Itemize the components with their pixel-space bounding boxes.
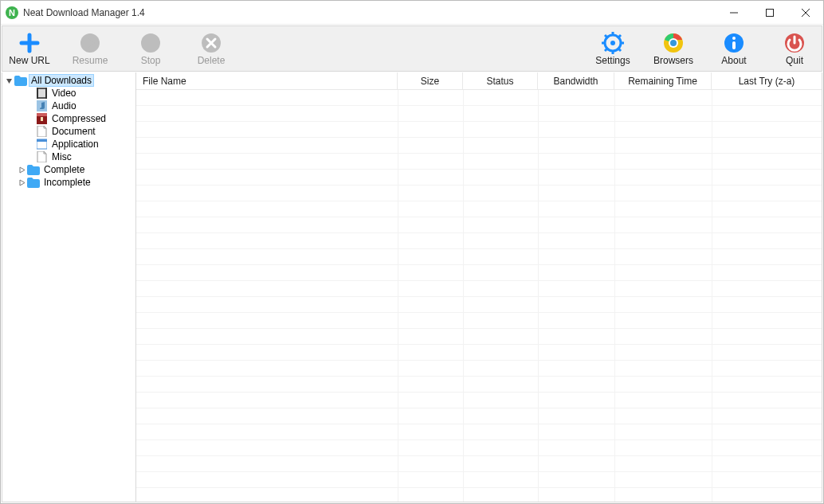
toolbar: New URL Resume Stop Delete Settings [2,25,822,72]
settings-button[interactable]: Settings [591,32,635,66]
document-icon [35,151,48,162]
table-row[interactable] [136,472,822,488]
close-button[interactable] [787,1,823,25]
table-row[interactable] [136,424,822,440]
chrome-icon [662,32,685,54]
table-row[interactable] [136,233,822,249]
tree-item-document[interactable]: Document [2,125,135,138]
table-row[interactable] [136,361,822,377]
delete-button[interactable]: Delete [189,32,233,66]
play-icon [79,32,101,54]
column-status[interactable]: Status [463,72,538,89]
gear-icon [602,32,624,54]
table-row[interactable] [136,440,822,456]
tree-item-application[interactable]: Application [2,138,135,150]
info-icon [723,32,745,54]
video-icon [35,88,48,99]
table-row[interactable] [136,488,822,502]
column-bandwidth[interactable]: Bandwidth [538,72,614,89]
power-icon [783,32,806,54]
new-url-button[interactable]: New URL [7,32,52,66]
table-row[interactable] [136,281,822,297]
window-title: Neat Download Manager 1.4 [23,7,145,18]
tree-label: Audio [50,100,78,111]
archive-icon [35,113,48,124]
svg-rect-20 [732,41,736,49]
table-row[interactable] [136,456,822,472]
tree-item-misc[interactable]: Misc [2,150,135,163]
column-size[interactable]: Size [398,72,463,89]
table-row[interactable] [136,265,822,281]
folder-icon [27,164,40,175]
tree-label: Misc [50,151,73,162]
svg-rect-24 [37,88,38,99]
titlebar[interactable]: N Neat Download Manager 1.4 [1,1,823,25]
table-row[interactable] [136,170,822,186]
chevron-right-icon[interactable] [17,176,26,189]
close-icon [802,9,810,17]
table-body[interactable] [136,90,822,502]
tree-item-complete[interactable]: Complete [2,163,135,176]
svg-rect-0 [766,9,773,16]
maximize-icon [766,9,774,17]
table-row[interactable] [136,297,822,313]
svg-rect-29 [41,117,43,121]
table-header: File Name Size Status Bandwidth Remainin… [136,72,822,90]
about-button[interactable]: About [712,32,756,66]
table-row[interactable] [136,393,822,408]
column-last-try[interactable]: Last Try (z-a) [712,72,822,89]
svg-rect-3 [147,39,155,47]
svg-point-17 [670,40,677,46]
folder-icon [14,75,27,86]
maximize-button[interactable] [751,1,787,25]
tree-label: Document [50,126,97,137]
sidebar-tree[interactable]: All Downloads Video Audio Compressed Doc… [2,72,136,502]
tree-label: Complete [42,164,86,175]
table-row[interactable] [136,329,822,345]
tree-label: Incomplete [42,177,92,188]
table-row[interactable] [136,106,822,122]
table-row[interactable] [136,138,822,154]
chevron-down-icon[interactable] [4,74,14,87]
tree-label: Application [50,139,100,150]
table-row[interactable] [136,122,822,138]
application-icon [35,139,48,150]
delete-icon [200,32,222,54]
svg-rect-31 [37,139,47,142]
svg-rect-28 [37,113,47,116]
document-icon [35,126,48,137]
quit-button[interactable]: Quit [772,32,817,66]
resume-button[interactable]: Resume [68,32,112,66]
table-row[interactable] [136,90,822,106]
table-row[interactable] [136,345,822,361]
tree-label: All Downloads [29,75,93,86]
minimize-icon [730,9,738,17]
table-row[interactable] [136,249,822,265]
table-row[interactable] [136,408,822,424]
column-file-name[interactable]: File Name [136,72,398,89]
column-remaining-time[interactable]: Remaining Time [614,72,712,89]
table-row[interactable] [136,154,822,170]
chevron-right-icon[interactable] [17,163,26,176]
tree-label: Compressed [50,113,108,124]
browsers-button[interactable]: Browsers [651,32,696,66]
table-row[interactable] [136,201,822,217]
app-icon: N [6,6,18,19]
tree-item-compressed[interactable]: Compressed [2,112,135,125]
folder-icon [27,177,40,188]
tree-item-incomplete[interactable]: Incomplete [2,176,135,189]
table-row[interactable] [136,377,822,393]
tree-item-audio[interactable]: Audio [2,100,135,112]
svg-point-6 [610,41,615,45]
table-row[interactable] [136,313,822,329]
svg-rect-23 [38,89,45,97]
plus-icon [18,32,41,54]
stop-icon [139,32,162,54]
stop-button[interactable]: Stop [128,32,173,66]
svg-point-19 [732,37,736,40]
tree-item-all-downloads[interactable]: All Downloads [2,74,135,87]
table-row[interactable] [136,186,822,201]
tree-item-video[interactable]: Video [2,87,135,100]
minimize-button[interactable] [716,1,751,25]
table-row[interactable] [136,217,822,233]
